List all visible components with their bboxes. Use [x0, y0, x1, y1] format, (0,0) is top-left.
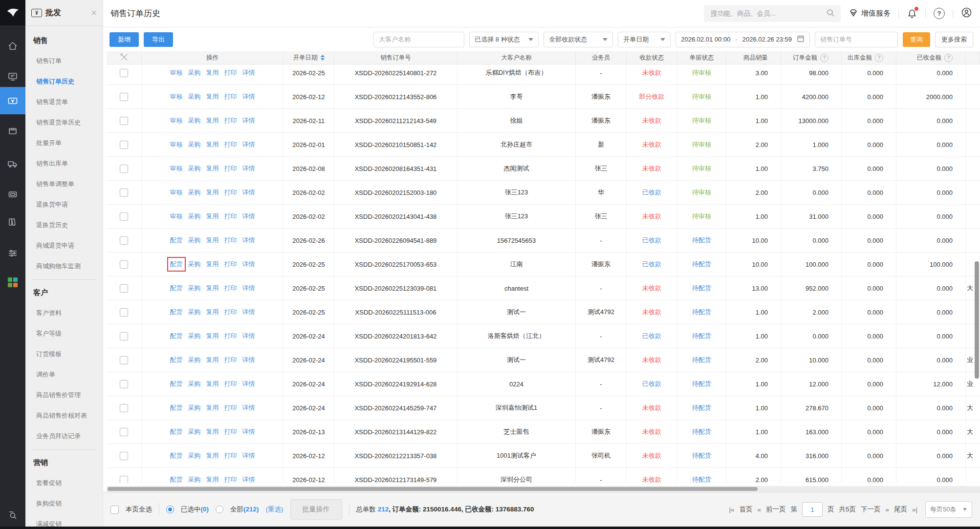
action-link[interactable]: 配货 [170, 403, 183, 412]
action-link[interactable]: 复用 [206, 356, 219, 364]
action-link[interactable]: 打印 [224, 212, 237, 221]
action-link[interactable]: 复用 [206, 403, 219, 412]
action-link[interactable]: 配货 [170, 451, 183, 460]
sidebar-item[interactable]: 商品销售价核对表 [25, 405, 103, 426]
action-link[interactable]: 配货 [170, 427, 183, 436]
action-link[interactable]: 详情 [242, 356, 255, 364]
action-link[interactable]: 打印 [224, 260, 237, 269]
action-link[interactable]: 采购 [188, 188, 201, 197]
action-link[interactable]: 打印 [224, 68, 237, 77]
global-search-box[interactable] [704, 5, 841, 22]
reselect-link[interactable]: (重选) [266, 505, 283, 514]
action-link[interactable]: 详情 [242, 188, 255, 197]
sidebar-item[interactable]: 商城退货申请 [25, 235, 103, 256]
row-checkbox[interactable] [120, 141, 128, 149]
all-radio[interactable] [216, 506, 223, 513]
last-page-button[interactable]: 尾页 [894, 505, 907, 514]
action-link[interactable]: 详情 [242, 284, 255, 293]
sidebar-item[interactable]: 销售订单历史 [25, 71, 103, 92]
action-link[interactable]: 打印 [224, 380, 237, 388]
sidebar-item[interactable]: 客户等级 [25, 323, 103, 344]
action-link[interactable]: 详情 [242, 236, 255, 245]
action-link[interactable]: 打印 [224, 116, 237, 125]
action-link[interactable]: 复用 [206, 451, 219, 460]
global-search-input[interactable] [710, 9, 826, 18]
sidebar-item[interactable]: 销售退货单 [25, 92, 103, 112]
row-checkbox[interactable] [120, 284, 128, 293]
action-link[interactable]: 采购 [188, 116, 201, 125]
action-link[interactable]: 打印 [224, 427, 237, 436]
sort-icon[interactable] [321, 55, 325, 61]
customer-name-input[interactable] [373, 32, 464, 47]
action-link[interactable]: 打印 [224, 140, 237, 149]
last-page-icon[interactable]: »| [912, 506, 917, 513]
action-link[interactable]: 配货 [170, 380, 183, 388]
search-rail-icon[interactable] [0, 504, 25, 526]
finance-register-icon[interactable] [0, 184, 25, 205]
action-link[interactable]: 复用 [206, 427, 219, 436]
vertical-scrollbar-thumb[interactable] [975, 261, 979, 379]
row-checkbox[interactable] [120, 332, 128, 340]
date-to[interactable]: 2026.02.26 23:59 [742, 36, 792, 43]
more-search-button[interactable]: 更多搜索 [935, 32, 973, 47]
batch-operation-button[interactable]: 批量操作 [290, 499, 342, 520]
date-type-select[interactable]: 开单日期 [618, 32, 671, 47]
sidebar-item[interactable]: 换购促销 [25, 493, 103, 514]
help-icon[interactable]: ? [820, 54, 828, 62]
selected-radio[interactable] [166, 506, 174, 513]
apps-grid-icon[interactable] [0, 272, 25, 293]
column-header[interactable]: 开单日期 [283, 51, 334, 64]
action-link[interactable]: 详情 [242, 116, 255, 125]
notifications-bell-icon[interactable] [907, 8, 917, 19]
row-checkbox[interactable] [120, 165, 128, 173]
action-link[interactable]: 审核 [170, 116, 183, 125]
reports-books-icon[interactable] [0, 211, 25, 233]
products-box-icon[interactable] [0, 120, 25, 142]
action-link[interactable]: 审核 [170, 92, 183, 101]
next-page-icon[interactable]: » [885, 506, 889, 513]
prev-page-icon[interactable]: « [757, 506, 761, 513]
action-link[interactable]: 配货 [170, 475, 183, 483]
action-link[interactable]: 打印 [224, 356, 237, 364]
action-link[interactable]: 详情 [242, 164, 255, 173]
sales-banknote-icon[interactable] [0, 87, 25, 114]
prev-page-button[interactable]: 前一页 [766, 505, 786, 514]
action-link[interactable]: 审核 [170, 140, 183, 149]
action-link[interactable]: 采购 [188, 212, 201, 221]
action-link[interactable]: 采购 [188, 308, 201, 317]
first-page-button[interactable]: 首页 [739, 505, 752, 514]
action-link[interactable]: 打印 [224, 284, 237, 293]
action-link[interactable]: 打印 [224, 475, 237, 483]
close-icon[interactable]: × [91, 8, 97, 18]
row-checkbox[interactable] [120, 452, 128, 460]
help-icon[interactable]: ? [944, 54, 953, 62]
row-checkbox[interactable] [120, 260, 128, 269]
action-link[interactable]: 采购 [188, 260, 201, 269]
sidebar-item[interactable]: 退换货历史 [25, 215, 103, 235]
order-number-input[interactable] [815, 32, 898, 47]
action-link[interactable]: 审核 [170, 164, 183, 173]
action-link[interactable]: 采购 [188, 92, 201, 101]
row-checkbox[interactable] [120, 404, 128, 412]
sidebar-item[interactable]: 销售订单 [25, 51, 103, 71]
row-checkbox[interactable] [120, 380, 128, 388]
column-settings-cell[interactable] [107, 51, 142, 64]
sidebar-item[interactable]: 订货模板 [25, 344, 103, 364]
date-range-picker[interactable]: 2026.02.01 00:00 - 2026.02.26 23:59 [675, 32, 810, 47]
settings-sliders-icon[interactable] [0, 242, 25, 264]
action-link[interactable]: 详情 [242, 427, 255, 436]
first-page-icon[interactable]: |« [729, 506, 734, 513]
action-link[interactable]: 采购 [188, 427, 201, 436]
payment-status-select[interactable]: 全部收款状态 [544, 32, 613, 47]
action-link[interactable]: 打印 [224, 188, 237, 197]
sidebar-item[interactable]: 套餐促销 [25, 473, 103, 493]
sidebar-item[interactable]: 退换货申请 [25, 194, 103, 215]
sidebar-item[interactable]: 销售单调整单 [25, 174, 103, 194]
action-link[interactable]: 复用 [206, 116, 219, 125]
sidebar-item[interactable]: 调价单 [25, 364, 103, 385]
date-from[interactable]: 2026.02.01 00:00 [681, 36, 730, 43]
action-link[interactable]: 采购 [188, 284, 201, 293]
action-link[interactable]: 详情 [242, 475, 255, 483]
action-link[interactable]: 配货 [170, 284, 183, 293]
value-added-services-button[interactable]: 增值服务 [849, 8, 891, 19]
